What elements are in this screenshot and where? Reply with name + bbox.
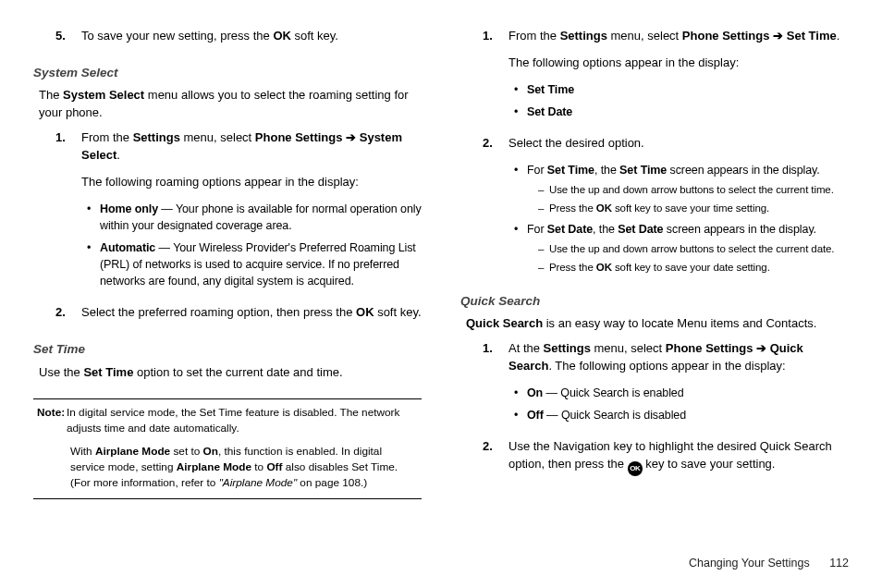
text: Select the preferred roaming option, the… — [81, 305, 356, 319]
text: menu, select — [607, 29, 682, 43]
option-label: Set Date — [527, 105, 572, 118]
text: soft key. — [291, 29, 338, 43]
text: At the — [508, 341, 544, 355]
ok-label: OK — [356, 305, 374, 319]
text: With — [70, 445, 95, 458]
arrow-icon: ➔ — [773, 29, 783, 43]
text: . The following options appear in the di… — [548, 359, 785, 373]
text: menu, select — [591, 341, 666, 355]
ok-key-icon: OK — [628, 461, 643, 476]
bullet-set-date: Set Date — [514, 104, 849, 120]
left-column: 5. To save your new setting, press the O… — [33, 28, 422, 499]
phone-settings-label: Phone Settings — [666, 341, 753, 355]
text: screen appears in the display. — [667, 164, 820, 177]
system-select-intro: The System Select menu allows you to sel… — [39, 87, 416, 122]
text: For — [527, 223, 547, 236]
option-label: Set Time — [527, 83, 574, 96]
text: The following roaming options appear in … — [81, 174, 422, 191]
menu-name: System Select — [63, 88, 144, 102]
heading-quick-search: Quick Search — [460, 292, 849, 311]
right-column: 1. From the Settings menu, select Phone … — [460, 28, 849, 499]
text: — Quick Search is enabled — [543, 386, 683, 399]
settings-label: Settings — [560, 29, 607, 43]
bullet-for-set-date: For Set Date, the Set Date screen appear… — [514, 221, 849, 275]
step-number: 1. — [55, 129, 81, 297]
heading-system-select: System Select — [33, 64, 422, 82]
screen-label: Set Date — [618, 223, 663, 236]
text: key to save your setting. — [643, 457, 776, 471]
quick-search-step-1: 1. At the Settings menu, select Phone Se… — [483, 340, 849, 431]
option-label: Home only — [100, 202, 158, 215]
note-label: Note: — [33, 405, 67, 436]
off-label: Off — [266, 460, 282, 473]
text: option to set the current date and time. — [133, 365, 342, 379]
text: soft key to save your time setting. — [612, 202, 769, 214]
page-number: 112 — [829, 557, 849, 570]
system-select-step-1: 1. From the Settings menu, select Phone … — [55, 129, 422, 297]
dash-item: Use the up and down arrow buttons to sel… — [538, 241, 849, 257]
note-box: Note: In digital service mode, the Set T… — [33, 398, 422, 499]
text: set to — [170, 445, 202, 458]
bullet-for-set-time: For Set Time, the Set Time screen appear… — [514, 162, 849, 215]
step-number: 5. — [55, 28, 81, 55]
bullet-on: On — Quick Search is enabled — [514, 385, 849, 401]
on-label: On — [203, 445, 218, 458]
bullet-home-only: Home only — Your phone is available for … — [87, 201, 422, 234]
quick-search-step-2: 2. Use the Navigation key to highlight t… — [483, 438, 849, 485]
note-text-1: In digital service mode, the Set Time fe… — [67, 405, 422, 436]
xref-airplane-mode: "Airplane Mode" — [219, 476, 297, 489]
option-label: On — [527, 386, 543, 399]
set-time-label: Set Time — [787, 29, 837, 43]
ok-label: OK — [596, 262, 612, 273]
page-columns: 5. To save your new setting, press the O… — [33, 28, 849, 499]
step-number: 2. — [55, 304, 81, 331]
text: soft key. — [374, 305, 422, 319]
phone-settings-label: Phone Settings — [682, 29, 770, 43]
arrow-icon: ➔ — [756, 341, 766, 355]
text: soft key to save your date setting. — [612, 262, 770, 273]
bullet-automatic: Automatic — Your Wireless Provider's Pre… — [87, 239, 422, 289]
dash-item: Press the OK soft key to save your time … — [538, 201, 849, 216]
text: . — [116, 148, 120, 162]
step-5: 5. To save your new setting, press the O… — [55, 28, 422, 55]
text: From the — [81, 130, 133, 144]
text: , the — [593, 223, 618, 236]
text: Select the desired option. — [508, 135, 849, 153]
text: . — [837, 29, 840, 43]
step-number: 2. — [483, 135, 508, 283]
settings-label: Settings — [544, 341, 591, 355]
text: — Quick Search is disabled — [544, 409, 686, 422]
set-time-step-1: 1. From the Settings menu, select Phone … — [483, 28, 849, 128]
text: To save your new setting, press the — [81, 29, 273, 43]
option-label: Set Time — [547, 164, 594, 177]
text: screen appears in the display. — [663, 223, 816, 236]
bullet-set-time: Set Time — [514, 81, 849, 98]
text: to — [251, 460, 266, 473]
set-time-step-2: 2. Select the desired option. For Set Ti… — [483, 135, 849, 283]
heading-set-time: Set Time — [33, 340, 422, 359]
arrow-icon: ➔ — [346, 130, 356, 144]
page-footer: Changing Your Settings 112 — [689, 555, 849, 571]
screen-label: Set Time — [619, 164, 667, 177]
airplane-mode-label: Airplane Mode — [95, 445, 170, 458]
phone-settings-label: Phone Settings — [255, 130, 343, 144]
quick-search-intro: Quick Search is an easy way to locate Me… — [466, 315, 843, 333]
text: menu, select — [180, 130, 255, 144]
note-text-2: With Airplane Mode set to On, this funct… — [33, 444, 422, 491]
ok-label: OK — [273, 29, 291, 43]
text: The following options appear in the disp… — [508, 55, 849, 72]
settings-label: Settings — [133, 130, 180, 144]
text: , the — [594, 164, 619, 177]
airplane-mode-label: Airplane Mode — [177, 460, 251, 473]
text: is an easy way to locate Menu items and … — [543, 316, 816, 330]
set-time-intro: Use the Set Time option to set the curre… — [39, 364, 416, 382]
step-number: 1. — [483, 340, 508, 431]
text: Press the — [549, 202, 596, 214]
text: From the — [508, 29, 560, 43]
text: Use the — [39, 365, 83, 379]
text: For — [527, 164, 547, 177]
section-name: Changing Your Settings — [689, 557, 810, 570]
option-label: Set Date — [547, 223, 593, 236]
option-label: Automatic — [100, 241, 155, 254]
set-time-label: Set Time — [83, 365, 133, 379]
